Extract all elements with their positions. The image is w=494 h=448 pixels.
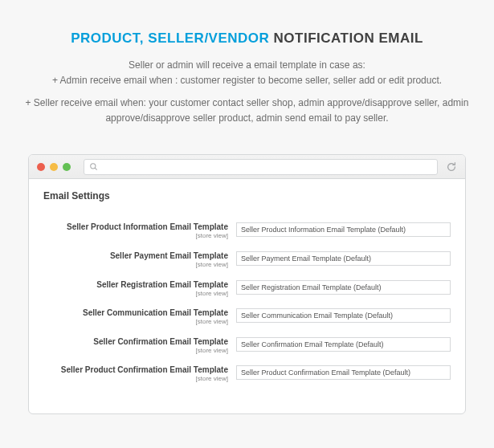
select-value: Seller Product Information Email Templat…	[241, 226, 406, 234]
select-value: Seller Communication Email Template (Def…	[241, 312, 393, 320]
svg-line-1	[95, 169, 96, 170]
setting-label-col: Seller Communication Email Template [sto…	[43, 308, 236, 326]
template-select[interactable]: Seller Registration Email Template (Defa…	[236, 280, 451, 295]
setting-scope: [store view]	[43, 347, 228, 355]
setting-label: Seller Confirmation Email Template	[43, 337, 228, 347]
setting-label: Seller Product Information Email Templat…	[43, 222, 228, 232]
description-block-1: Seller or admin will receive a email tem…	[24, 58, 470, 88]
setting-value-col: Seller Registration Email Template (Defa…	[236, 280, 451, 295]
setting-label: Seller Product Confirmation Email Templa…	[43, 365, 228, 375]
setting-value-col: Seller Product Information Email Templat…	[236, 222, 451, 237]
desc-line-2: + Admin receive email when : customer re…	[24, 73, 470, 88]
setting-row: Seller Payment Email Template [store vie…	[43, 251, 451, 269]
panel-heading: Email Settings	[43, 190, 451, 202]
template-select[interactable]: Seller Communication Email Template (Def…	[236, 308, 451, 323]
setting-label: Seller Communication Email Template	[43, 308, 228, 318]
setting-label: Seller Payment Email Template	[43, 251, 228, 261]
setting-row: Seller Communication Email Template [sto…	[43, 308, 451, 326]
setting-value-col: Seller Product Confirmation Email Templa…	[236, 365, 451, 380]
setting-label-col: Seller Product Information Email Templat…	[43, 222, 236, 240]
svg-point-0	[91, 164, 96, 169]
setting-value-col: Seller Communication Email Template (Def…	[236, 308, 451, 323]
template-select[interactable]: Seller Confirmation Email Template (Defa…	[236, 337, 451, 352]
settings-panel: Email Settings Seller Product Informatio…	[29, 179, 465, 413]
browser-window: Email Settings Seller Product Informatio…	[28, 154, 466, 414]
setting-scope: [store view]	[43, 318, 228, 326]
select-value: Seller Payment Email Template (Default)	[241, 255, 371, 263]
setting-scope: [store view]	[43, 290, 228, 298]
setting-scope: [store view]	[43, 232, 228, 240]
window-close-button[interactable]	[37, 163, 45, 171]
select-value: Seller Product Confirmation Email Templa…	[241, 369, 410, 377]
setting-value-col: Seller Confirmation Email Template (Defa…	[236, 337, 451, 352]
select-value: Seller Registration Email Template (Defa…	[241, 283, 381, 291]
template-select[interactable]: Seller Product Confirmation Email Templa…	[236, 365, 451, 380]
window-zoom-button[interactable]	[63, 163, 71, 171]
window-titlebar	[29, 155, 465, 179]
desc-line-3: + Seller receive email when: your custom…	[24, 96, 470, 125]
setting-row: Seller Registration Email Template [stor…	[43, 280, 451, 298]
setting-label-col: Seller Registration Email Template [stor…	[43, 280, 236, 298]
setting-row: Seller Product Confirmation Email Templa…	[43, 365, 451, 383]
setting-label-col: Seller Payment Email Template [store vie…	[43, 251, 236, 269]
setting-scope: [store view]	[43, 261, 228, 269]
setting-value-col: Seller Payment Email Template (Default)	[236, 251, 451, 266]
description-block-2: + Seller receive email when: your custom…	[24, 96, 470, 125]
address-bar[interactable]	[84, 159, 438, 175]
setting-label: Seller Registration Email Template	[43, 280, 228, 290]
desc-line-1: Seller or admin will receive a email tem…	[24, 58, 470, 73]
page-title: PRODUCT, SELLER/VENDOR NOTIFICATION EMAI…	[24, 31, 470, 47]
setting-row: Seller Confirmation Email Template [stor…	[43, 337, 451, 355]
setting-scope: [store view]	[43, 375, 228, 383]
header-area: PRODUCT, SELLER/VENDOR NOTIFICATION EMAI…	[0, 0, 494, 140]
template-select[interactable]: Seller Payment Email Template (Default)	[236, 251, 451, 266]
setting-label-col: Seller Confirmation Email Template [stor…	[43, 337, 236, 355]
setting-label-col: Seller Product Confirmation Email Templa…	[43, 365, 236, 383]
select-value: Seller Confirmation Email Template (Defa…	[241, 340, 383, 348]
search-icon	[89, 162, 98, 171]
window-minimize-button[interactable]	[50, 163, 58, 171]
title-highlight: PRODUCT, SELLER/VENDOR	[71, 31, 269, 46]
title-rest: NOTIFICATION EMAIL	[269, 31, 423, 46]
setting-row: Seller Product Information Email Templat…	[43, 222, 451, 240]
refresh-icon[interactable]	[446, 161, 457, 173]
template-select[interactable]: Seller Product Information Email Templat…	[236, 222, 451, 237]
